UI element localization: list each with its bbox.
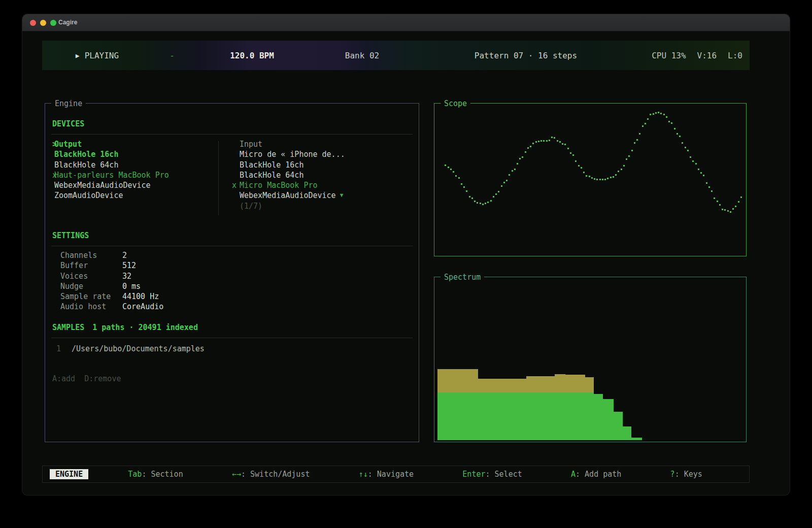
engine-stats: CPU 13% V:16 L:0 [639,41,750,70]
cpu-stat: CPU 13% [652,51,686,60]
spectrum-level-segment [555,392,565,440]
section-divider [51,338,413,338]
close-button[interactable] [30,20,36,26]
sample-path-row[interactable]: 1/Users/bubo/Documents/samples [45,344,419,354]
spectrum-level-segment [478,392,526,440]
pattern-display: Pattern 07 · 16 steps [412,41,639,70]
input-device-row[interactable]: WebexMediaAudioDevice▼ [232,190,345,201]
setting-value[interactable]: 44100 Hz [122,291,159,302]
shortcut-desc: : Switch/Adjust [241,470,310,479]
devices-section-title: DEVICES [45,119,419,128]
minimize-button[interactable] [40,20,46,26]
device-label: BlackHole 16ch [54,149,118,159]
setting-value[interactable]: 2 [122,250,127,260]
spectrum-peak-segment [555,374,565,393]
samples-keys-hint: A:add D:remove [45,374,419,383]
window-titlebar[interactable]: Cagire [22,14,790,31]
spectrum-level-segment [622,426,631,440]
transport-bar: ▶ PLAYING - 120.0 BPM Bank 02 Pattern 07… [42,41,750,70]
window-title: Cagire [58,19,77,26]
output-device-row[interactable]: BlackHole 16ch [45,149,218,159]
shortcut-desc: : Section [142,470,183,479]
input-device-row[interactable]: Input [232,139,345,149]
setting-label: Sample rate [60,291,122,302]
setting-value[interactable]: 32 [122,271,131,281]
input-device-row[interactable]: xMicro MacBook Pro [232,180,345,190]
output-device-row[interactable]: xHaut-parleurs MacBook Pro [45,170,218,180]
device-label: WebexMediaAudioDevice [240,190,336,201]
shortcut-desc: : Navigate [368,470,414,479]
device-label: (1/7) [240,201,262,211]
device-label: BlackHole 64ch [240,170,303,180]
spectrum-level-segment [594,394,603,440]
mode-badge: ENGINE [50,469,88,479]
section-divider [51,134,413,135]
section-divider [51,246,413,246]
shortcut-hint: Tab: Section [128,470,183,479]
spectrum-level-segment [526,392,555,440]
input-device-list: InputMicro de « iPhone de...BlackHole 16… [219,139,345,215]
shortcut-desc: : Keys [675,470,702,479]
setting-row[interactable]: Channels2 [45,250,419,260]
device-label: Micro MacBook Pro [240,180,318,190]
setting-row[interactable]: Sample rate44100 Hz [45,291,419,302]
setting-label: Voices [60,271,122,281]
dropdown-icon[interactable]: ▼ [340,190,344,201]
shortcut-hints: Tab: Section←→: Switch/Adjust↑↓: Navigat… [88,470,742,479]
shortcut-hint: ↑↓: Navigate [359,470,414,479]
output-device-row[interactable]: >Output [45,139,218,149]
output-device-row[interactable]: WebexMediaAudioDevice [45,180,218,190]
status-keybar: ENGINE Tab: Section←→: Switch/Adjust↑↓: … [42,466,750,483]
shortcut-key: ↑↓ [359,470,368,479]
spectrum-level-segment [565,392,585,440]
device-label: Input [240,139,262,149]
setting-row[interactable]: Nudge0 ms [45,281,419,291]
input-device-row[interactable]: Micro de « iPhone de... [232,149,345,159]
play-icon: ▶ [76,52,80,59]
app-content: ▶ PLAYING - 120.0 BPM Bank 02 Pattern 07… [22,32,790,495]
setting-value[interactable]: 512 [122,260,136,271]
setting-row[interactable]: Voices32 [45,271,419,281]
device-label: BlackHole 16ch [240,160,303,170]
input-device-row[interactable]: BlackHole 16ch [232,160,345,170]
bpm-display: 120.0 BPM [192,41,312,70]
zoom-button[interactable] [50,20,56,26]
samples-section-title: SAMPLES [52,323,84,332]
engine-panel: Engine DEVICES >OutputBlackHole 16chBlac… [45,103,419,442]
traffic-lights [30,20,56,26]
bank-display: Bank 02 [312,41,412,70]
scope-panel: Scope [434,103,747,256]
spectrum-peak-segment [437,369,478,392]
input-device-row[interactable]: BlackHole 64ch [232,170,345,180]
spectrum-level-segment [585,392,594,440]
spectrum-peak-segment [565,375,585,392]
shortcut-key: A [571,470,576,479]
shortcut-key: Enter [462,470,485,479]
setting-row[interactable]: Buffer512 [45,260,419,271]
cursor-icon: > [45,139,54,149]
output-device-row[interactable]: BlackHole 64ch [45,160,218,170]
output-device-row[interactable]: ZoomAudioDevice [45,190,218,201]
spectrum-panel: Spectrum [434,277,747,442]
spectrum-level-segment [613,412,622,440]
device-label: Micro de « iPhone de... [240,149,345,159]
app-window: Cagire ▶ PLAYING - 120.0 BPM Bank 02 Pat… [22,14,790,495]
spectrum-bars [435,278,745,441]
shortcut-key: ? [670,470,675,479]
setting-row[interactable]: Audio hostCoreAudio [45,302,419,312]
shortcut-hint: ?: Keys [670,470,702,479]
device-label: Output [54,139,82,149]
path-text: /Users/bubo/Documents/samples [72,344,205,354]
shortcut-key: Tab [128,470,142,479]
setting-value[interactable]: 0 ms [122,281,141,291]
input-device-row[interactable]: (1/7) [232,201,345,211]
settings-section-title: SETTINGS [45,231,419,240]
shortcut-desc: : Add path [576,470,621,479]
device-label: ZoomAudioDevice [54,190,123,201]
shortcut-hint: A: Add path [571,470,621,479]
setting-value[interactable]: CoreAudio [122,302,163,312]
scope-waveform [435,105,745,255]
device-label: WebexMediaAudioDevice [54,180,151,190]
settings-list: Channels2Buffer512Voices32Nudge0 msSampl… [45,250,419,312]
spectrum-level-segment [603,399,614,440]
